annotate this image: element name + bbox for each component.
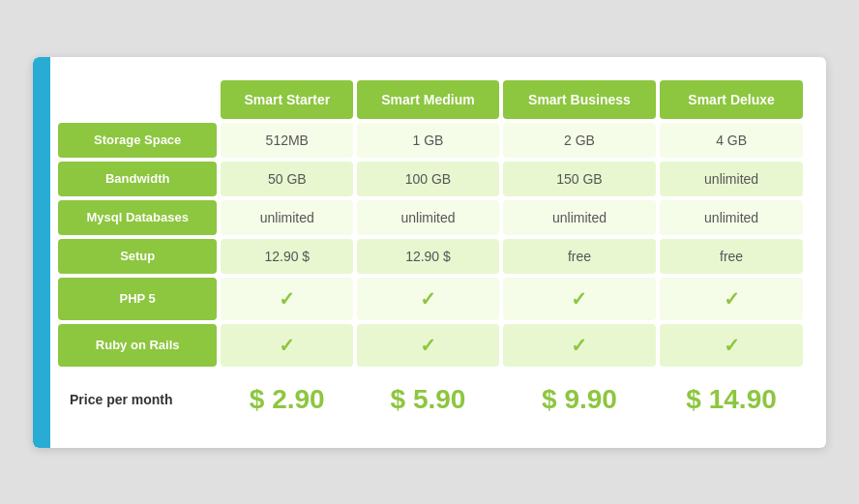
header-col4: Smart Deluxe [660,80,803,119]
header-col1: Smart Starter [221,80,353,119]
cell-col2: ✓ [357,324,499,367]
checkmark-icon: ✓ [279,288,295,310]
checkmark-icon: ✓ [279,335,295,356]
row-label: Storage Space [58,123,217,158]
cell-col3: ✓ [503,278,656,320]
cell-col2: 1 GB [357,123,499,158]
cell-col2: unlimited [357,200,499,235]
cell-col1: 50 GB [221,162,353,196]
cell-col3: free [503,239,656,274]
header-empty [58,80,217,119]
table-row: Storage Space512MB1 GB2 GB4 GB [58,123,803,158]
table-container: Smart Starter Smart Medium Smart Busines… [54,76,807,429]
table-row: Bandwidth50 GB100 GB150 GBunlimited [58,162,803,196]
row-label: Setup [58,239,217,274]
cell-col1: ✓ [221,324,353,367]
table-row: Ruby on Rails✓✓✓✓ [58,324,803,367]
cell-col2: ✓ [357,278,499,320]
cell-col3: ✓ [503,324,656,367]
price-value-col4: $ 14.90 [660,371,803,425]
cell-col1: unlimited [221,200,353,235]
cell-col4: ✓ [660,278,803,320]
table-row: Mysql Databasesunlimitedunlimitedunlimit… [58,200,803,235]
cell-col2: 12.90 $ [357,239,499,274]
pricing-table-wrapper: Smart Starter Smart Medium Smart Busines… [33,57,826,448]
cell-col4: unlimited [660,162,803,196]
price-value-col3: $ 9.90 [503,371,656,425]
header-col2: Smart Medium [357,80,499,119]
table-row: PHP 5✓✓✓✓ [58,278,803,320]
cell-col4: 4 GB [660,123,803,158]
cell-col1: 512MB [221,123,353,158]
checkmark-icon: ✓ [571,288,587,310]
left-accent-bar [33,57,50,448]
checkmark-icon: ✓ [420,335,436,356]
cell-col4: ✓ [660,324,803,367]
cell-col2: 100 GB [357,162,499,196]
cell-col4: unlimited [660,200,803,235]
cell-col1: ✓ [221,278,353,320]
table-row: Setup12.90 $12.90 $freefree [58,239,803,274]
price-label: Price per month [58,371,217,425]
cell-col3: 2 GB [503,123,656,158]
header-col3: Smart Business [503,80,656,119]
checkmark-icon: ✓ [724,288,740,310]
row-label: Bandwidth [58,162,217,196]
price-value-col1: $ 2.90 [221,371,353,425]
price-row: Price per month$ 2.90$ 5.90$ 9.90$ 14.90 [58,371,803,425]
row-label: PHP 5 [58,278,217,320]
checkmark-icon: ✓ [571,335,587,356]
row-label: Ruby on Rails [58,324,217,367]
cell-col4: free [660,239,803,274]
row-label: Mysql Databases [58,200,217,235]
cell-col1: 12.90 $ [221,239,353,274]
pricing-table: Smart Starter Smart Medium Smart Busines… [54,76,807,429]
price-value-col2: $ 5.90 [357,371,499,425]
cell-col3: 150 GB [503,162,656,196]
checkmark-icon: ✓ [420,288,436,310]
cell-col3: unlimited [503,200,656,235]
checkmark-icon: ✓ [724,335,740,356]
